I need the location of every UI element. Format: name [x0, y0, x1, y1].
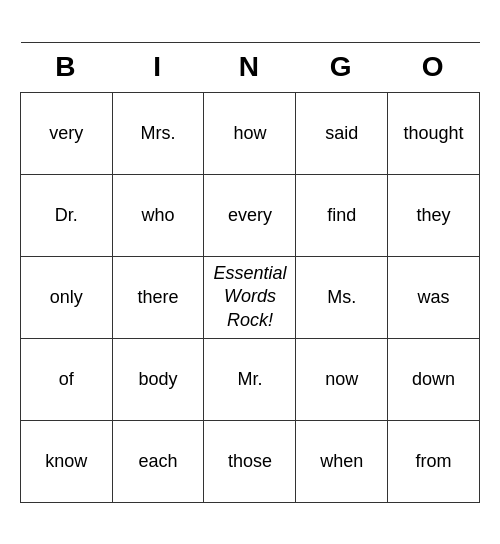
- cell-r1c3: how: [204, 92, 296, 174]
- table-row: Dr. who every find they: [21, 174, 480, 256]
- cell-r2c2: who: [112, 174, 204, 256]
- cell-r3c2: there: [112, 256, 204, 338]
- cell-r3c3-center: Essential Words Rock!: [204, 256, 296, 338]
- cell-r3c4: Ms.: [296, 256, 388, 338]
- cell-r3c1: only: [21, 256, 113, 338]
- cell-r1c2: Mrs.: [112, 92, 204, 174]
- cell-r1c5: thought: [388, 92, 480, 174]
- cell-r5c2: each: [112, 420, 204, 502]
- cell-r2c3: every: [204, 174, 296, 256]
- header-o: O: [388, 42, 480, 92]
- header-row: B I N G O: [21, 42, 480, 92]
- cell-r4c2: body: [112, 338, 204, 420]
- header-i: I: [112, 42, 204, 92]
- bingo-card: B I N G O very Mrs. how said thought Dr.…: [20, 42, 480, 503]
- bingo-body: very Mrs. how said thought Dr. who every…: [21, 92, 480, 502]
- cell-r1c4: said: [296, 92, 388, 174]
- table-row: know each those when from: [21, 420, 480, 502]
- table-row: only there Essential Words Rock! Ms. was: [21, 256, 480, 338]
- cell-r4c5: down: [388, 338, 480, 420]
- cell-r2c5: they: [388, 174, 480, 256]
- cell-r5c3: those: [204, 420, 296, 502]
- cell-r5c4: when: [296, 420, 388, 502]
- cell-r4c4: now: [296, 338, 388, 420]
- cell-r3c5: was: [388, 256, 480, 338]
- header-n: N: [204, 42, 296, 92]
- cell-r2c4: find: [296, 174, 388, 256]
- cell-r4c1: of: [21, 338, 113, 420]
- header-g: G: [296, 42, 388, 92]
- cell-r1c1: very: [21, 92, 113, 174]
- cell-r5c5: from: [388, 420, 480, 502]
- table-row: very Mrs. how said thought: [21, 92, 480, 174]
- cell-r2c1: Dr.: [21, 174, 113, 256]
- table-row: of body Mr. now down: [21, 338, 480, 420]
- cell-r5c1: know: [21, 420, 113, 502]
- cell-r4c3: Mr.: [204, 338, 296, 420]
- header-b: B: [21, 42, 113, 92]
